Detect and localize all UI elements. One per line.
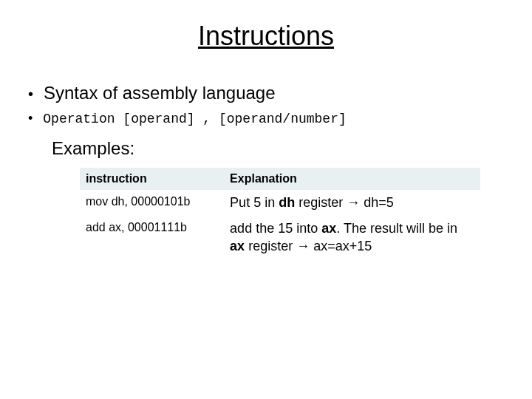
- empty-cell: [80, 259, 224, 302]
- cell-instruction: add ax, 00001111b: [80, 216, 224, 259]
- text: . The result will be in: [336, 221, 457, 236]
- col-header-instruction: instruction: [80, 168, 224, 190]
- arrow-icon: →: [347, 195, 360, 210]
- text: add the 15 into: [230, 221, 321, 236]
- bullet-dot-icon: •: [28, 85, 33, 103]
- slide-title: Instructions: [22, 21, 510, 52]
- bold-text: ax: [230, 239, 245, 253]
- bold-text: dh: [279, 195, 295, 210]
- arrow-icon: →: [296, 239, 310, 253]
- bullet-syntax: • Syntax of assembly language: [28, 83, 510, 103]
- cell-explanation: Put 5 in dh register → dh=5: [224, 190, 480, 216]
- empty-cell: [224, 259, 480, 302]
- table-row: add ax, 00001111b add the 15 into ax. Th…: [80, 216, 480, 259]
- table-row: mov dh, 00000101b Put 5 in dh register →…: [80, 190, 480, 216]
- col-header-explanation: Explanation: [224, 168, 480, 190]
- text: Put 5 in: [230, 195, 279, 210]
- bullet-operation-text: Operation [operand] , [operand/number]: [43, 112, 346, 126]
- cell-explanation: add the 15 into ax. The result will be i…: [224, 216, 480, 259]
- table-header-row: instruction Explanation: [80, 168, 480, 190]
- bullet-operation: • Operation [operand] , [operand/number]: [28, 111, 510, 126]
- slide: Instructions • Syntax of assembly langua…: [0, 0, 532, 399]
- table-row-empty: [80, 259, 480, 302]
- text: register: [245, 239, 296, 253]
- bullet-list: • Syntax of assembly language • Operatio…: [28, 83, 510, 126]
- text: ax=ax+15: [310, 239, 372, 253]
- bold-text: ax: [321, 221, 336, 236]
- text: register: [295, 195, 347, 210]
- cell-instruction: mov dh, 00000101b: [80, 190, 224, 216]
- text: dh=5: [360, 195, 394, 210]
- examples-label: Examples:: [52, 138, 510, 159]
- bullet-dot-icon: •: [28, 111, 33, 126]
- examples-table: instruction Explanation mov dh, 00000101…: [80, 168, 480, 302]
- bullet-syntax-text: Syntax of assembly language: [44, 83, 276, 103]
- examples-table-wrap: instruction Explanation mov dh, 00000101…: [80, 168, 480, 302]
